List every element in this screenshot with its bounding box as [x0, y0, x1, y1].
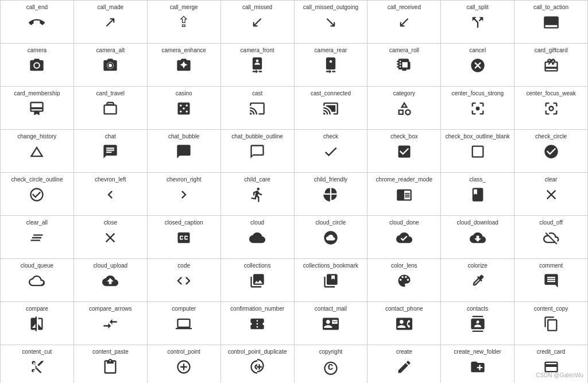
- icon-label: contact_phone: [385, 305, 423, 312]
- icon-label: contacts: [467, 305, 488, 312]
- icon-label: chat_bubble: [168, 133, 200, 140]
- icon-label: chat: [105, 133, 116, 140]
- icon-cell-chevron_right: chevron_right: [148, 173, 221, 216]
- icon-cell-call_merge: call_merge⇪: [148, 1, 221, 44]
- icon-cell-cloud_off: cloud_off: [514, 216, 588, 259]
- icon-symbol: [470, 359, 486, 377]
- icon-label: casino: [176, 90, 192, 97]
- icon-cell-card_giftcard: card_giftcard: [514, 44, 588, 87]
- icon-symbol: [396, 187, 412, 205]
- icon-symbol: [176, 100, 192, 119]
- icon-label: check: [323, 133, 338, 140]
- icon-cell-code: code: [148, 259, 221, 302]
- icon-cell-compare: compare: [1, 302, 74, 345]
- icon-label: camera_rear: [315, 47, 347, 54]
- icon-label: create: [396, 349, 412, 355]
- icon-symbol: [323, 273, 339, 291]
- icon-label: check_box_outline_blank: [446, 133, 510, 140]
- icon-symbol: [176, 273, 192, 291]
- icon-symbol: [102, 359, 118, 377]
- icon-symbol: [543, 230, 559, 248]
- icon-cell-card_travel: card_travel: [74, 87, 148, 130]
- icon-symbol: [249, 230, 265, 248]
- icon-symbol: [29, 57, 45, 76]
- icon-cell-comment: comment: [514, 259, 588, 302]
- icon-symbol: [249, 144, 265, 162]
- icon-symbol: [176, 57, 192, 76]
- icon-symbol: [176, 144, 192, 162]
- icon-label: copyright: [319, 349, 343, 355]
- icon-label: code: [177, 262, 190, 269]
- icon-cell-casino: casino: [148, 87, 221, 130]
- icon-symbol: [470, 187, 486, 205]
- icon-cell-camera: camera: [1, 44, 74, 87]
- icon-label: color_lens: [391, 262, 417, 269]
- icon-symbol: [470, 273, 486, 291]
- icon-cell-center_focus_strong: center_focus_strong: [441, 87, 514, 130]
- icon-label: chat_bubble_outline: [231, 133, 283, 140]
- icon-cell-check_circle_outline: check_circle_outline: [1, 173, 74, 216]
- icon-label: call_split: [467, 4, 489, 11]
- icon-label: card_travel: [96, 90, 125, 97]
- icon-symbol: [470, 230, 486, 248]
- icon-label: check_box: [390, 133, 418, 140]
- icon-label: compare: [26, 305, 48, 312]
- icon-cell-contact_mail: contact_mail: [295, 302, 368, 345]
- icon-cell-call_made: call_made↗: [74, 1, 148, 44]
- icon-cell-check_box: check_box: [368, 130, 441, 173]
- icon-symbol: [543, 187, 559, 205]
- icon-label: call_missed: [242, 4, 272, 11]
- icon-cell-contact_phone: contact_phone: [368, 302, 441, 345]
- icon-cell-card_membership: card_membership: [1, 87, 74, 130]
- icon-label: cloud_circle: [316, 219, 346, 226]
- icon-symbol: [102, 187, 118, 205]
- icon-cell-cloud: cloud: [221, 216, 295, 259]
- icon-cell-content_copy: content_copy: [514, 302, 588, 345]
- icon-label: call_missed_outgoing: [303, 4, 358, 11]
- icon-symbol: [543, 14, 559, 33]
- icon-label: camera_enhance: [162, 47, 206, 54]
- icon-cell-collections_bookmark: collections_bookmark: [295, 259, 368, 302]
- icon-symbol: [102, 57, 118, 76]
- icon-symbol: ↙: [398, 14, 411, 29]
- icon-cell-camera_rear: camera_rear: [295, 44, 368, 87]
- icon-symbol: [102, 144, 118, 162]
- icon-cell-cast_connected: cast_connected: [295, 87, 368, 130]
- icon-label: chevron_left: [95, 176, 126, 183]
- icon-label: comment: [539, 262, 563, 269]
- icon-label: call_to_action: [533, 4, 568, 11]
- icon-cell-clear_all: clear_all: [1, 216, 74, 259]
- icon-label: cloud_done: [389, 219, 419, 226]
- icon-label: contact_mail: [315, 305, 347, 312]
- icon-cell-copyright: copyright: [295, 345, 368, 383]
- icon-label: content_cut: [22, 349, 52, 355]
- icon-label: check_circle: [535, 133, 567, 140]
- icon-symbol: [323, 57, 339, 76]
- icon-label: closed_caption: [165, 219, 203, 226]
- icon-label: control_point: [168, 349, 200, 355]
- icon-symbol: [29, 230, 45, 248]
- icon-symbol: [543, 57, 559, 76]
- icon-cell-call_missed_outgoing: call_missed_outgoing↘: [295, 1, 368, 44]
- icon-cell-close: close: [74, 216, 148, 259]
- icon-cell-control_point: control_point: [148, 345, 221, 383]
- icon-label: computer: [172, 305, 196, 312]
- icon-symbol: [470, 14, 486, 33]
- icon-label: camera: [28, 47, 47, 54]
- icon-label: cloud: [250, 219, 264, 226]
- icon-label: cloud_off: [539, 219, 562, 226]
- icon-cell-child_care: child_care: [221, 173, 295, 216]
- icon-label: call_made: [98, 4, 124, 11]
- icon-cell-confirmation_number: confirmation_number: [221, 302, 295, 345]
- icon-label: chrome_reader_mode: [376, 176, 432, 183]
- icon-symbol: [29, 316, 45, 334]
- icon-label: center_focus_weak: [526, 90, 575, 97]
- icon-label: center_focus_strong: [451, 90, 504, 97]
- icon-symbol: ↙: [251, 14, 264, 29]
- icon-label: close: [104, 219, 117, 226]
- icon-symbol: [249, 187, 265, 205]
- icon-cell-center_focus_weak: center_focus_weak: [514, 87, 588, 130]
- icon-cell-cancel: cancel: [441, 44, 514, 87]
- icon-symbol: [249, 359, 265, 377]
- icon-label: card_membership: [14, 90, 60, 97]
